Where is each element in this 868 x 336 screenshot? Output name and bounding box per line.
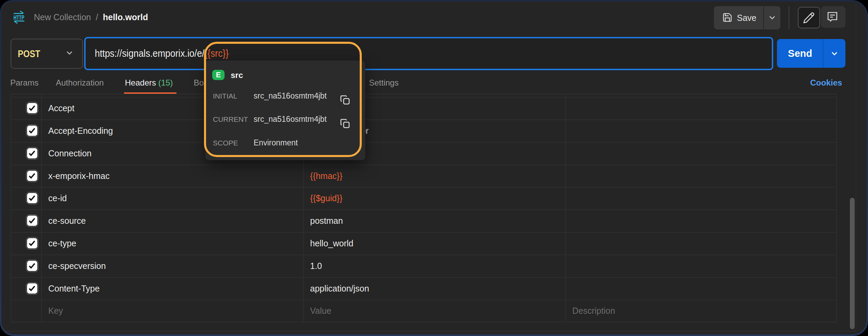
- svg-text:HTTP: HTTP: [14, 14, 25, 21]
